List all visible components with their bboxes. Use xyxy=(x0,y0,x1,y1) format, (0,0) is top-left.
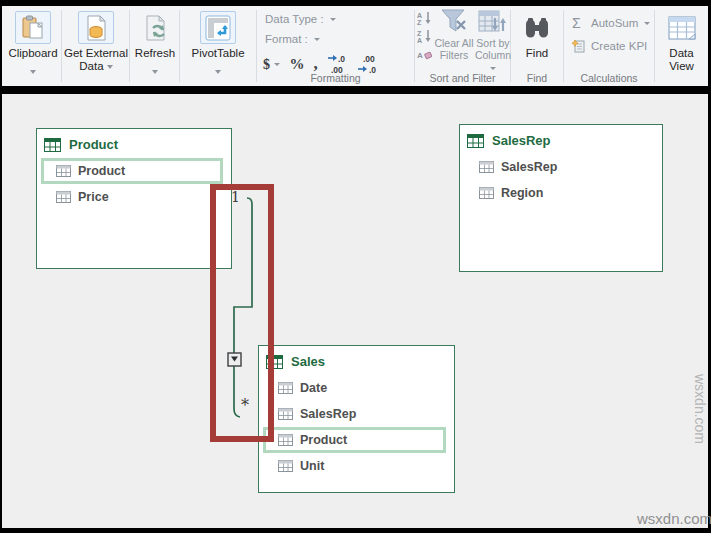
field-product-price[interactable]: Price xyxy=(41,184,223,210)
watermark-right: wsxdn.com xyxy=(692,374,708,444)
sort-az-icon[interactable]: A Z xyxy=(417,11,432,25)
data-view-icon xyxy=(664,11,700,44)
clipboard-button[interactable]: Clipboard xyxy=(5,6,61,86)
clipboard-icon xyxy=(15,11,51,44)
table-icon xyxy=(44,138,61,152)
field-product-product[interactable]: Product xyxy=(41,158,223,184)
comma-button[interactable]: , xyxy=(313,54,317,74)
clear-all-filters-label: Clear All Filters xyxy=(434,37,473,61)
chevron-down-icon xyxy=(330,18,336,21)
ribbon: Clipboard Get External Data xyxy=(2,6,708,86)
data-type-control[interactable]: Data Type : xyxy=(265,13,336,25)
data-view-button[interactable]: Data View xyxy=(655,6,708,86)
field-icon xyxy=(56,191,71,203)
percent-button[interactable]: % xyxy=(289,56,304,73)
svg-text:A: A xyxy=(417,51,423,60)
calculations-group-label: Calculations xyxy=(564,72,654,84)
sort-za-icon[interactable]: Z A xyxy=(417,29,432,43)
find-label: Find xyxy=(526,47,548,60)
chevron-down-icon xyxy=(644,22,650,25)
sort-by-column-button[interactable]: Sort by Column xyxy=(475,9,511,73)
refresh-label: Refresh xyxy=(135,47,175,60)
field-icon xyxy=(278,408,293,420)
pivottable-label: PivotTable xyxy=(191,47,244,60)
table-salesrep-header[interactable]: SalesRep xyxy=(460,125,662,151)
chevron-down-icon xyxy=(314,38,320,41)
table-name: Product xyxy=(69,137,118,152)
sigma-icon: Σ xyxy=(572,16,585,30)
table-product[interactable]: Product Product Price xyxy=(36,128,232,269)
table-salesrep[interactable]: SalesRep SalesRep Region xyxy=(459,124,663,272)
data-view-label: Data View xyxy=(669,47,694,73)
table-sales[interactable]: Sales Date SalesRep xyxy=(258,345,455,493)
table-name: Sales xyxy=(291,354,325,369)
field-sales-salesrep[interactable]: SalesRep xyxy=(263,401,446,427)
svg-text:A: A xyxy=(417,37,422,43)
table-icon xyxy=(467,134,484,148)
sort-and-filter-group-label: Sort and Filter xyxy=(415,72,510,84)
sort-by-column-label: Sort by Column xyxy=(475,37,511,73)
chevron-down-icon xyxy=(107,65,113,69)
diagram-canvas[interactable]: Product Product Price xyxy=(2,94,708,528)
get-external-data-label: Get External Data xyxy=(63,47,129,73)
field-icon xyxy=(56,165,71,177)
table-name: SalesRep xyxy=(492,133,551,148)
svg-text:Z: Z xyxy=(417,30,422,37)
svg-text:.0: .0 xyxy=(338,54,345,64)
autosum-button[interactable]: Σ AutoSum xyxy=(572,16,650,30)
chevron-down-icon xyxy=(215,70,221,74)
refresh-button[interactable]: Refresh xyxy=(130,6,180,86)
formatting-group-label: Formatting xyxy=(257,72,414,84)
clear-filters-icon xyxy=(439,9,469,34)
field-icon xyxy=(278,460,293,472)
get-external-data-button[interactable]: Get External Data xyxy=(62,6,130,86)
field-sales-unit[interactable]: Unit xyxy=(263,453,446,479)
chevron-down-icon xyxy=(30,70,36,74)
sort-by-column-icon xyxy=(478,9,508,34)
svg-text:Σ: Σ xyxy=(572,16,581,30)
clipboard-label: Clipboard xyxy=(8,47,57,60)
clear-all-filters-button[interactable]: Clear All Filters xyxy=(433,9,475,61)
field-icon xyxy=(278,382,293,394)
svg-text:Z: Z xyxy=(417,19,422,25)
clear-sort-icon[interactable]: A xyxy=(417,47,432,61)
field-salesrep-region[interactable]: Region xyxy=(464,180,654,206)
format-control[interactable]: Format : xyxy=(265,33,320,45)
chevron-down-icon xyxy=(274,63,280,66)
annotation-red-rectangle xyxy=(210,184,274,442)
pivottable-icon xyxy=(200,11,236,44)
field-sales-product[interactable]: Product xyxy=(263,427,446,453)
svg-text:A: A xyxy=(417,12,422,19)
get-external-data-icon xyxy=(78,11,114,44)
create-kpi-button[interactable]: Create KPI xyxy=(572,39,647,53)
pivottable-button[interactable]: PivotTable xyxy=(180,6,256,86)
field-salesrep-salesrep[interactable]: SalesRep xyxy=(464,154,654,180)
field-icon xyxy=(479,161,494,173)
table-product-header[interactable]: Product xyxy=(37,129,231,155)
kpi-icon xyxy=(572,39,585,53)
chevron-down-icon xyxy=(490,67,496,70)
table-sales-header[interactable]: Sales xyxy=(259,346,454,372)
chevron-down-icon xyxy=(152,70,158,74)
field-icon xyxy=(278,434,293,446)
field-icon xyxy=(479,187,494,199)
find-group-label: Find xyxy=(511,72,563,84)
binoculars-icon xyxy=(519,11,555,44)
field-sales-date[interactable]: Date xyxy=(263,375,446,401)
currency-button[interactable]: $ xyxy=(263,55,280,73)
refresh-icon xyxy=(137,11,173,44)
watermark-bottom: wsxdn.com xyxy=(637,510,711,527)
svg-text:.00: .00 xyxy=(363,54,375,64)
